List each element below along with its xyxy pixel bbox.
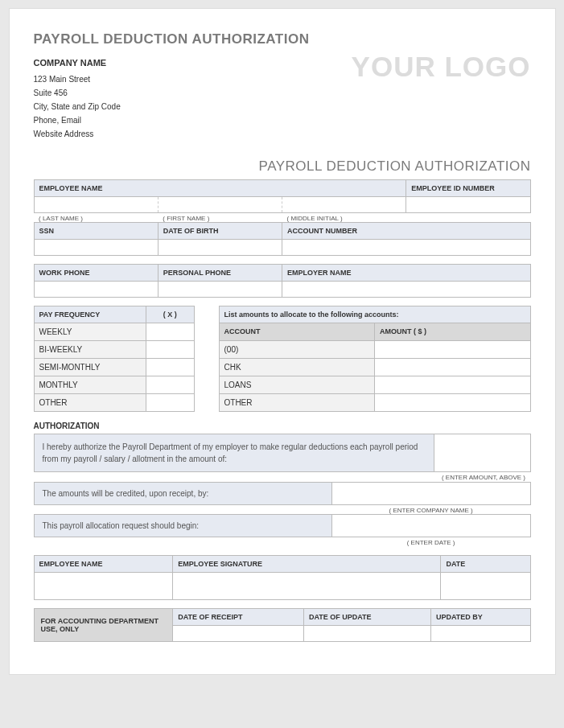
- work-phone-header: WORK PHONE: [34, 265, 158, 282]
- date-update-header: DATE OF UPDATE: [303, 608, 430, 625]
- middle-initial-hint: ( MIDDLE INITIAL ): [282, 212, 406, 222]
- freq-semimonthly: SEMI-MONTHLY: [34, 359, 146, 376]
- accounting-table: FOR ACCOUNTING DEPARTMENT USE, ONLY DATE…: [34, 608, 531, 642]
- employee-id-header: EMPLOYEE ID NUMBER: [406, 179, 530, 196]
- employer-name-field[interactable]: [282, 282, 531, 298]
- sig-employee-signature-header: EMPLOYEE SIGNATURE: [173, 555, 441, 572]
- amount-loans[interactable]: [375, 376, 531, 393]
- document-title: PAYROLL DEDUCTION AUTHORIZATION: [34, 31, 531, 47]
- company-line4: Phone, Email: [34, 113, 121, 127]
- date-update-field[interactable]: [303, 625, 430, 641]
- account-header: ACCOUNT: [219, 323, 375, 340]
- freq-other: OTHER: [34, 394, 146, 412]
- first-name-field[interactable]: [158, 196, 282, 212]
- personal-phone-field[interactable]: [158, 282, 282, 298]
- dob-field[interactable]: [158, 240, 282, 256]
- account-chk: CHK: [219, 358, 375, 376]
- logo-placeholder: YOUR LOGO: [352, 51, 531, 83]
- account-number-header: ACCOUNT NUMBER: [282, 223, 531, 240]
- accounting-label: FOR ACCOUNTING DEPARTMENT USE, ONLY: [34, 608, 173, 641]
- header-row: COMPANY NAME 123 Main Street Suite 456 C…: [34, 56, 531, 141]
- sig-date-header: DATE: [441, 555, 530, 572]
- phone-table: WORK PHONE PERSONAL PHONE EMPLOYER NAME: [34, 264, 531, 298]
- account-00: (00): [219, 340, 375, 358]
- sig-employee-signature-field[interactable]: [173, 572, 441, 599]
- authorization-table: I hereby authorize the Payroll Departmen…: [34, 434, 531, 482]
- sig-employee-name-field[interactable]: [34, 572, 173, 599]
- account-loans: LOANS: [219, 376, 375, 393]
- signature-table: EMPLOYEE NAME EMPLOYEE SIGNATURE DATE: [34, 555, 531, 600]
- credit-company-field[interactable]: [331, 482, 530, 504]
- employer-name-header: EMPLOYER NAME: [282, 265, 531, 282]
- amount-other[interactable]: [375, 393, 531, 411]
- sig-date-field[interactable]: [441, 572, 530, 599]
- amount-00[interactable]: [375, 340, 531, 358]
- amount-header: AMOUNT ( $ ): [375, 323, 531, 340]
- enter-company-hint: ( ENTER COMPANY NAME ): [331, 504, 530, 514]
- allocation-title: List amounts to allocate to the followin…: [219, 306, 530, 323]
- freq-monthly-x[interactable]: [146, 376, 194, 394]
- account-other: OTHER: [219, 393, 375, 411]
- company-line5: Website Address: [34, 127, 121, 141]
- employee-name-header: EMPLOYEE NAME: [34, 179, 406, 196]
- begin-date-field[interactable]: [331, 515, 530, 537]
- freq-semimonthly-x[interactable]: [146, 359, 194, 376]
- ssn-field[interactable]: [34, 240, 158, 256]
- company-line2: Suite 456: [34, 86, 121, 100]
- authorization-heading: AUTHORIZATION: [34, 422, 531, 430]
- company-line1: 123 Main Street: [34, 72, 121, 86]
- x-header: ( X ): [146, 306, 194, 323]
- enter-date-hint: ( ENTER DATE ): [331, 537, 530, 547]
- employee-name-table: EMPLOYEE NAME EMPLOYEE ID NUMBER ( LAST …: [34, 179, 531, 223]
- updated-by-header: UPDATED BY: [431, 608, 531, 625]
- date-receipt-header: DATE OF RECEIPT: [173, 608, 304, 625]
- credit-text: The amounts will be credited, upon recei…: [34, 482, 331, 504]
- begin-text: This payroll allocation request should b…: [34, 515, 331, 537]
- middle-initial-field[interactable]: [282, 196, 406, 212]
- company-line3: City, State and Zip Code: [34, 100, 121, 113]
- dob-header: DATE OF BIRTH: [158, 223, 282, 240]
- begin-table: This payroll allocation request should b…: [34, 514, 531, 547]
- freq-weekly-x[interactable]: [146, 323, 194, 341]
- enter-amount-hint: ( ENTER AMOUNT, ABOVE ): [434, 472, 530, 482]
- freq-weekly: WEEKLY: [34, 323, 146, 341]
- freq-alloc-row: PAY FREQUENCY ( X ) WEEKLY BI-WEEKLY SEM…: [34, 306, 531, 412]
- pay-frequency-header: PAY FREQUENCY: [34, 306, 146, 323]
- freq-other-x[interactable]: [146, 394, 194, 412]
- subtitle: PAYROLL DEDUCTION AUTHORIZATION: [34, 158, 531, 175]
- pay-frequency-table: PAY FREQUENCY ( X ) WEEKLY BI-WEEKLY SEM…: [34, 306, 195, 412]
- document-page: PAYROLL DEDUCTION AUTHORIZATION COMPANY …: [9, 8, 556, 675]
- freq-biweekly-x[interactable]: [146, 341, 194, 359]
- last-name-field[interactable]: [34, 196, 158, 212]
- credit-table: The amounts will be credited, upon recei…: [34, 482, 531, 515]
- company-block: COMPANY NAME 123 Main Street Suite 456 C…: [34, 56, 121, 141]
- work-phone-field[interactable]: [34, 282, 158, 298]
- freq-biweekly: BI-WEEKLY: [34, 341, 146, 359]
- account-number-field[interactable]: [282, 240, 531, 256]
- updated-by-field[interactable]: [431, 625, 531, 641]
- freq-monthly: MONTHLY: [34, 376, 146, 394]
- personal-phone-header: PERSONAL PHONE: [158, 265, 282, 282]
- company-name: COMPANY NAME: [34, 56, 121, 71]
- ssn-header: SSN: [34, 223, 158, 240]
- ssn-table: SSN DATE OF BIRTH ACCOUNT NUMBER: [34, 222, 531, 256]
- employee-id-field[interactable]: [406, 196, 530, 212]
- date-receipt-field[interactable]: [173, 625, 304, 641]
- amount-chk[interactable]: [375, 358, 531, 376]
- sig-employee-name-header: EMPLOYEE NAME: [34, 555, 173, 572]
- authorization-text: I hereby authorize the Payroll Departmen…: [34, 434, 434, 472]
- allocation-table: List amounts to allocate to the followin…: [219, 306, 531, 412]
- last-name-hint: ( LAST NAME ): [34, 212, 158, 222]
- first-name-hint: ( FIRST NAME ): [158, 212, 282, 222]
- authorization-amount-field[interactable]: [434, 434, 530, 472]
